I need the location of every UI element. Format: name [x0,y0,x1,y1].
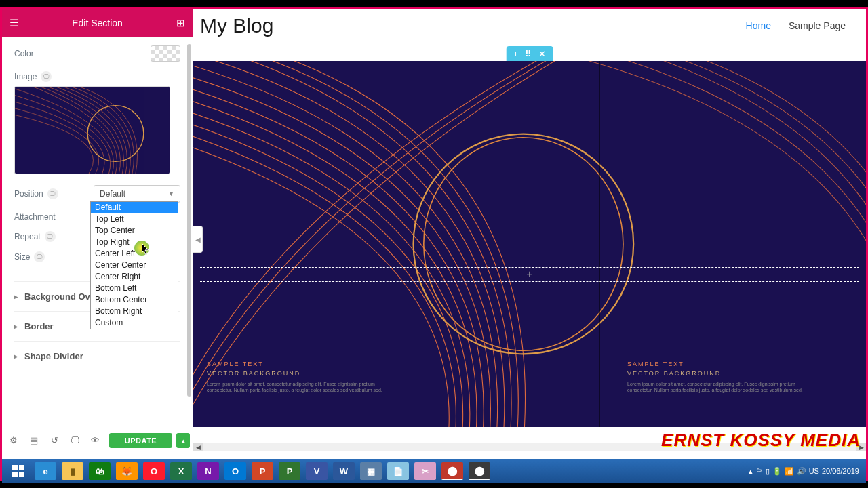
color-picker[interactable] [151,45,180,62]
responsive-icon[interactable]: 🖵 [34,251,45,262]
taskbar-app-icon[interactable]: ▦ [360,462,382,480]
svg-rect-8 [19,472,24,477]
taskbar-recorder-icon[interactable]: ⬤ [469,462,490,480]
navigator-icon[interactable]: ▤ [25,433,43,448]
taskbar-recorder-icon[interactable]: ⬤ [441,462,463,480]
history-icon[interactable]: ↺ [45,433,63,448]
scrollbar-thumb[interactable] [187,44,191,396]
watermark: ERNST KOSSY MEDIA [661,430,861,451]
taskbar-opera-icon[interactable]: O [143,462,165,480]
responsive-icon[interactable]: 🖵 [47,188,58,199]
menu-icon[interactable]: ☰ [9,17,18,29]
nav-home[interactable]: Home [746,20,771,31]
drag-section-icon[interactable]: ⠿ [525,49,532,59]
position-option[interactable]: Bottom Center [91,294,178,306]
preview-canvas: My Blog Home Sample Page + ⠿ ✕ [193,9,866,443]
responsive-icon[interactable]: 🖵 [45,231,56,242]
responsive-icon[interactable]: 🖵 [41,71,52,82]
size-label: Size 🖵 [14,251,45,262]
tray-battery-icon[interactable]: 🔋 [772,467,782,476]
taskbar-project-icon[interactable]: P [279,462,300,480]
position-option[interactable]: Default [91,202,178,214]
tray-volume-icon[interactable]: 🔊 [797,467,806,476]
position-option[interactable]: Custom [91,317,178,329]
update-button[interactable]: UPDATE [109,433,172,448]
svg-rect-6 [19,465,24,470]
system-tray: ▴ 🏳 ▯ 🔋 📶 🔊 US 20/06/2019 [749,467,863,476]
site-title: My Blog [200,14,273,37]
start-button[interactable] [5,461,32,481]
taskbar-store-icon[interactable]: 🛍 [89,462,111,480]
taskbar-word-icon[interactable]: W [333,462,355,480]
tray-chevron-icon[interactable]: ▴ [749,467,753,476]
image-label: Image 🖵 [14,71,52,82]
delete-section-icon[interactable]: ✕ [538,49,546,59]
taskbar-onenote-icon[interactable]: N [197,462,219,480]
section-edit-handle[interactable]: + ⠿ ✕ [507,46,553,61]
tray-wifi-icon[interactable]: 📶 [785,467,794,476]
taskbar-outlook-icon[interactable]: O [224,462,246,480]
scroll-left-icon[interactable]: ◀ [193,443,203,451]
widgets-grid-icon[interactable]: ⊞ [176,17,185,29]
repeat-label: Repeat 🖵 [14,231,56,242]
svg-rect-5 [12,465,18,470]
color-label: Color [14,49,34,58]
position-label: Position 🖵 [14,188,58,199]
nav-sample-page[interactable]: Sample Page [789,20,846,31]
taskbar-snip-icon[interactable]: ✂ [414,462,436,480]
add-section-icon[interactable]: + [513,49,519,59]
responsive-mode-icon[interactable]: 🖵 [66,433,83,448]
position-option[interactable]: Center Left [91,248,178,260]
hero-text-right: SAMPLE TEXT VECTOR BACKGROUND Lorem ipsu… [627,359,804,393]
settings-icon[interactable]: ⚙ [5,433,22,448]
hero-text-left: SAMPLE TEXT VECTOR BACKGROUND Lorem ipsu… [207,359,383,393]
tray-network-icon[interactable]: ▯ [766,467,770,476]
background-image-preview[interactable] [14,86,170,174]
site-header: My Blog Home Sample Page [193,9,866,43]
attachment-label: Attachment [14,212,56,222]
primary-nav: Home Sample Page [746,20,846,31]
preview-icon[interactable]: 👁 [86,433,104,448]
position-select[interactable]: Default▼ [94,185,180,203]
taskbar-excel-icon[interactable]: X [170,462,192,480]
taskbar-app-icon[interactable]: 📄 [387,462,409,480]
position-option[interactable]: Bottom Left [91,283,178,294]
position-option[interactable]: Center Right [91,271,178,283]
position-option[interactable]: Top Center [91,225,178,237]
update-caret[interactable]: ▴ [176,433,190,448]
tray-language[interactable]: US [809,467,819,475]
tray-flag-icon[interactable]: 🏳 [755,467,763,475]
position-option[interactable]: Bottom Right [91,306,178,317]
editor-panel: ☰ Edit Section ⊞ Color Image 🖵 [2,9,193,450]
position-dropdown[interactable]: Default Top Left Top Center Top Right Ce… [90,201,178,329]
panel-footer: ⚙ ▤ ↺ 🖵 👁 UPDATE ▴ [2,430,193,450]
taskbar-explorer-icon[interactable]: ▮ [62,462,83,480]
hero-section[interactable]: + SAMPLE TEXT VECTOR BACKGROUND Lorem ip… [193,61,866,427]
accordion-shape-divider[interactable]: Shape Divider [14,341,180,371]
windows-taskbar: e ▮ 🛍 🦊 O X N O P P V W ▦ 📄 ✂ ⬤ ⬤ ▴ 🏳 ▯ … [2,459,866,483]
svg-rect-7 [12,472,18,477]
panel-header: ☰ Edit Section ⊞ [2,9,193,37]
tray-date[interactable]: 20/06/2019 [822,467,859,475]
taskbar-firefox-icon[interactable]: 🦊 [116,462,138,480]
chevron-down-icon: ▼ [168,190,174,197]
position-option[interactable]: Center Center [91,260,178,271]
panel-title: Edit Section [72,18,123,28]
panel-collapse-handle[interactable]: ◀ [193,226,203,253]
taskbar-visio-icon[interactable]: V [306,462,328,480]
widget-drop-zone[interactable]: + [200,267,859,282]
position-option[interactable]: Top Left [91,214,178,225]
taskbar-ie-icon[interactable]: e [35,462,56,480]
position-option[interactable]: Top Right [91,237,178,248]
taskbar-powerpoint-icon[interactable]: P [252,462,273,480]
column-divider [599,61,600,427]
